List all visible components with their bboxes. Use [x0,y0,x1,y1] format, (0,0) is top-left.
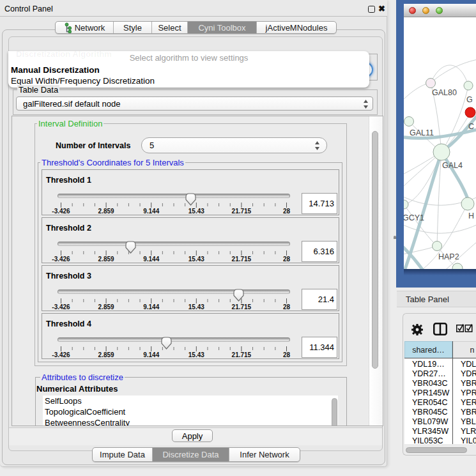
svg-text:GCY1: GCY1 [404,213,424,222]
svg-text:C: C [468,122,474,131]
svg-text:HAP2: HAP2 [438,252,459,261]
svg-text:H: H [468,211,474,220]
svg-text:GAL11: GAL11 [410,128,434,137]
svg-text:GAL80: GAL80 [432,88,457,97]
svg-text:G: G [466,95,473,104]
svg-text:GAL4: GAL4 [442,161,463,170]
